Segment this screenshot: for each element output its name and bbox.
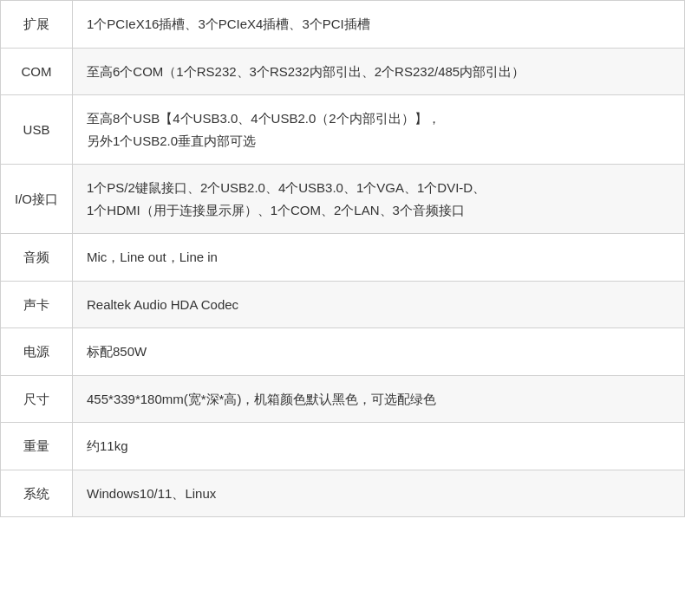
table-row: 尺寸455*339*180mm(宽*深*高)，机箱颜色默认黑色，可选配绿色 (1, 375, 685, 423)
table-row: COM至高6个COM（1个RS232、3个RS232内部引出、2个RS232/4… (1, 48, 685, 95)
row-label: 尺寸 (1, 375, 73, 423)
row-value: 1个PS/2键鼠接口、2个USB2.0、4个USB3.0、1个VGA、1个DVI… (73, 165, 685, 234)
row-label: I/O接口 (1, 165, 73, 234)
row-value: 约11kg (73, 423, 685, 470)
row-value: 标配850W (73, 328, 685, 376)
row-value: 至高8个USB【4个USB3.0、4个USB2.0（2个内部引出）】，另外1个U… (73, 95, 685, 165)
table-row: USB至高8个USB【4个USB3.0、4个USB2.0（2个内部引出）】，另外… (1, 95, 685, 165)
table-row: 重量约11kg (1, 423, 685, 470)
table-row: 系统Windows10/11、Linux (1, 470, 685, 517)
row-value: 至高6个COM（1个RS232、3个RS232内部引出、2个RS232/485内… (73, 48, 685, 95)
row-label: 重量 (1, 423, 73, 470)
row-value: Realtek Audio HDA Codec (73, 281, 685, 328)
row-label: 音频 (1, 234, 73, 282)
row-label: COM (1, 48, 73, 95)
table-row: 电源标配850W (1, 328, 685, 376)
spec-table: 扩展1个PCIeX16插槽、3个PCIeX4插槽、3个PCI插槽COM至高6个C… (0, 0, 685, 517)
row-value: 455*339*180mm(宽*深*高)，机箱颜色默认黑色，可选配绿色 (73, 375, 685, 423)
row-label: 电源 (1, 328, 73, 376)
row-label: 系统 (1, 470, 73, 517)
row-label: 声卡 (1, 281, 73, 328)
row-value: Mic，Line out，Line in (73, 234, 685, 282)
row-label: 扩展 (1, 1, 73, 49)
table-row: 音频Mic，Line out，Line in (1, 234, 685, 282)
row-value: 1个PCIeX16插槽、3个PCIeX4插槽、3个PCI插槽 (73, 1, 685, 49)
row-value: Windows10/11、Linux (73, 470, 685, 517)
table-row: 扩展1个PCIeX16插槽、3个PCIeX4插槽、3个PCI插槽 (1, 1, 685, 49)
table-row: 声卡Realtek Audio HDA Codec (1, 281, 685, 328)
table-row: I/O接口1个PS/2键鼠接口、2个USB2.0、4个USB3.0、1个VGA、… (1, 165, 685, 234)
row-label: USB (1, 95, 73, 165)
